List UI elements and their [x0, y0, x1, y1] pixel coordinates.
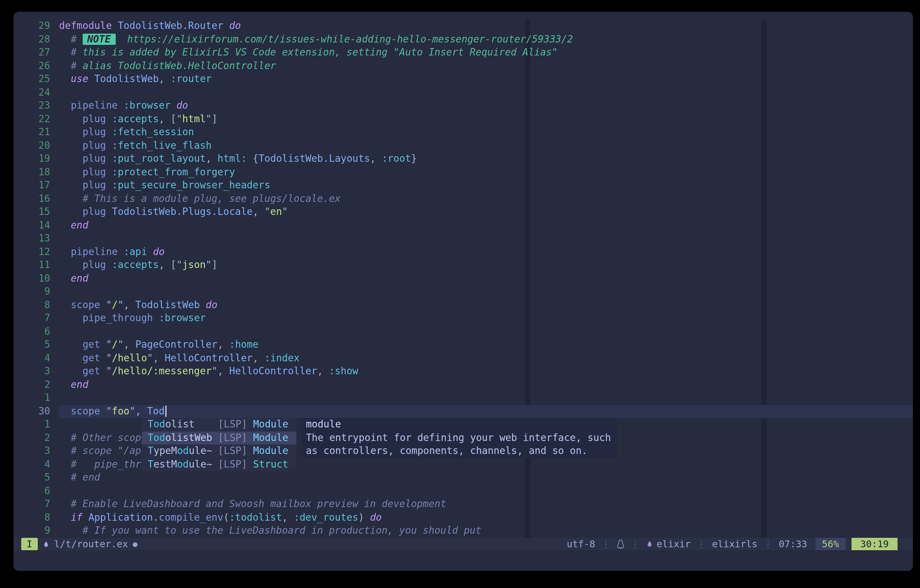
- token: ,: [370, 153, 376, 164]
- code-line[interactable]: 25 use TodolistWeb, :router: [14, 73, 913, 86]
- line-number: 3: [14, 445, 50, 458]
- token: :root: [382, 153, 411, 164]
- code-line[interactable]: 16 # This is a module plug, see plugs/lo…: [14, 192, 913, 206]
- scroll-percent-badge: 56%: [815, 538, 845, 550]
- token: plug: [83, 166, 106, 177]
- token: end: [71, 219, 89, 230]
- code-text[interactable]: plug :fetch_live_flash: [59, 139, 913, 152]
- code-line[interactable]: 12 pipeline :api do: [14, 245, 913, 259]
- line-number: 23: [14, 99, 50, 112]
- screen: 29defmodule TodolistWeb.Router do28 # NO…: [0, 0, 920, 588]
- code-line[interactable]: 23 pipeline :browser do: [14, 99, 913, 112]
- code-line[interactable]: 6: [14, 484, 913, 498]
- token: [59, 299, 71, 310]
- code-text[interactable]: plug :accepts, ["json"]: [59, 259, 913, 272]
- code-line[interactable]: 3 get "/hello/:messenger", HelloControll…: [14, 365, 913, 378]
- code-text[interactable]: [59, 484, 913, 498]
- code-text[interactable]: # This is a module plug, see plugs/local…: [59, 192, 913, 206]
- completion-item[interactable]: Todolist[LSP] Module: [142, 418, 296, 431]
- code-line[interactable]: 4 get "/hello", HelloController, :index: [14, 352, 913, 365]
- code-text[interactable]: [59, 391, 913, 405]
- code-line[interactable]: 17 plug :put_secure_browser_headers: [14, 179, 913, 192]
- line-number: 21: [14, 126, 50, 139]
- token: [223, 365, 229, 377]
- code-line[interactable]: 10 end: [14, 272, 913, 285]
- code-line[interactable]: 8 scope "/", TodolistWeb do: [14, 298, 913, 312]
- code-line[interactable]: 6: [14, 325, 913, 338]
- code-line[interactable]: 8 if Application.compile_env(:todolist, …: [14, 511, 913, 524]
- code-text[interactable]: [59, 285, 913, 298]
- code-line[interactable]: 5 get "/", PageController, :home: [14, 338, 913, 352]
- token: pipe_through: [83, 312, 153, 324]
- code-text[interactable]: defmodule TodolistWeb.Router do: [59, 19, 913, 33]
- code-line[interactable]: 14 end: [14, 219, 913, 232]
- token: if: [71, 512, 83, 523]
- token: [88, 73, 94, 84]
- code-text[interactable]: pipeline :api do: [59, 245, 913, 259]
- completion-item[interactable]: TodolistWeb[LSP] Module: [142, 431, 296, 445]
- code-text[interactable]: plug :protect_from_forgery: [59, 165, 913, 179]
- completion-item[interactable]: TypeModule~[LSP] Module: [142, 445, 296, 458]
- code-line[interactable]: 24: [14, 86, 913, 99]
- code-text[interactable]: # alias TodolistWeb.HelloController: [59, 59, 913, 73]
- code-text[interactable]: plug :put_secure_browser_headers: [59, 179, 913, 192]
- code-text[interactable]: [59, 86, 913, 99]
- code-text[interactable]: plug :put_root_layout, html: {TodolistWe…: [59, 152, 913, 165]
- code-line[interactable]: 27 # this is added by ElixirLS VS Code e…: [14, 46, 913, 59]
- token: scope: [71, 299, 100, 310]
- code-line[interactable]: 15 plug TodolistWeb.Plugs.Locale, "en": [14, 206, 913, 219]
- code-text[interactable]: get "/hello/:messenger", HelloController…: [59, 365, 913, 378]
- token: [106, 180, 112, 191]
- code-line[interactable]: 13: [14, 232, 913, 245]
- code-line[interactable]: 7 # Enable LiveDashboard and Swoosh mail…: [14, 498, 913, 511]
- code-text[interactable]: scope "foo", Tod: [59, 405, 913, 418]
- code-line[interactable]: 21 plug :fetch_session: [14, 126, 913, 139]
- code-text[interactable]: [59, 232, 913, 245]
- penguin-icon: [617, 539, 625, 549]
- code-line[interactable]: 19 plug :put_root_layout, html: {Todolis…: [14, 152, 913, 165]
- code-text[interactable]: end: [59, 219, 913, 232]
- code-line[interactable]: 22 plug :accepts, ["html"]: [14, 112, 913, 126]
- token: :accepts: [112, 113, 159, 124]
- code-text[interactable]: pipe_through :browser: [59, 312, 913, 325]
- token: :fetch_session: [112, 126, 194, 138]
- code-text[interactable]: plug :accepts, ["html"]: [59, 112, 913, 126]
- code-text[interactable]: plug :fetch_session: [59, 126, 913, 139]
- code-text[interactable]: [59, 325, 913, 338]
- code-text[interactable]: scope "/", TodolistWeb do: [59, 298, 913, 312]
- code-line[interactable]: 29defmodule TodolistWeb.Router do: [14, 19, 913, 33]
- code-line[interactable]: 26 # alias TodolistWeb.HelloController: [14, 59, 913, 73]
- line-number: 28: [14, 33, 50, 46]
- code-text[interactable]: # this is added by ElixirLS VS Code exte…: [59, 46, 913, 59]
- token: :todolist: [229, 512, 282, 523]
- token: end: [71, 379, 89, 390]
- code-line[interactable]: 11 plug :accepts, ["json"]: [14, 259, 913, 272]
- code-text[interactable]: use TodolistWeb, :router: [59, 73, 913, 86]
- code-line[interactable]: 9: [14, 285, 913, 298]
- droplet-icon: [42, 539, 49, 549]
- code-text[interactable]: end: [59, 378, 913, 391]
- code-text[interactable]: end: [59, 272, 913, 285]
- code-text[interactable]: pipeline :browser do: [59, 99, 913, 112]
- code-line[interactable]: 5 # end: [14, 471, 913, 484]
- code-text[interactable]: get "/hello", HelloController, :index: [59, 352, 913, 365]
- code-line[interactable]: 30 scope "foo", Tod: [14, 405, 913, 418]
- code-line[interactable]: 28 # NOTE https://elixirforum.com/t/issu…: [14, 33, 913, 46]
- code-line[interactable]: 7 pipe_through :browser: [14, 312, 913, 325]
- code-text[interactable]: plug TodolistWeb.Plugs.Locale, "en": [59, 206, 913, 219]
- code-text[interactable]: # NOTE https://elixirforum.com/t/issues-…: [59, 33, 913, 46]
- token: :fetch_live_flash: [112, 139, 212, 151]
- token: [153, 312, 159, 324]
- code-line[interactable]: 1: [14, 391, 913, 405]
- code-line[interactable]: 2 end: [14, 378, 913, 391]
- code-line[interactable]: 20 plug :fetch_live_flash: [14, 139, 913, 152]
- code-text[interactable]: get "/", PageController, :home: [59, 338, 913, 352]
- code-text[interactable]: # end: [59, 471, 913, 484]
- completion-item[interactable]: TestModule~[LSP] Struct: [142, 458, 296, 471]
- code-text[interactable]: if Application.compile_env(:todolist, :d…: [59, 511, 913, 524]
- code-line[interactable]: 18 plug :protect_from_forgery: [14, 165, 913, 179]
- code-text[interactable]: # If you want to use the LiveDashboard i…: [59, 524, 913, 538]
- code-text[interactable]: # Enable LiveDashboard and Swoosh mailbo…: [59, 498, 913, 511]
- token: [59, 113, 83, 124]
- code-line[interactable]: 9 # If you want to use the LiveDashboard…: [14, 524, 913, 538]
